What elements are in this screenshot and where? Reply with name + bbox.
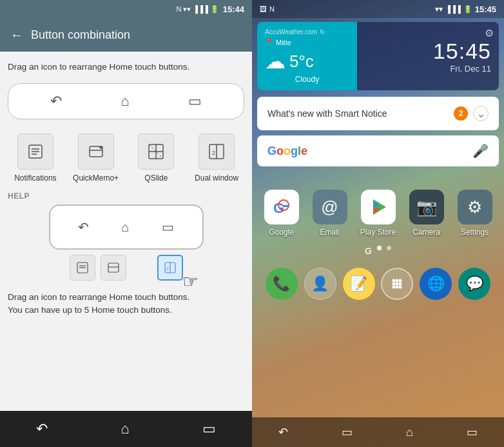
clock-time: 15:45: [433, 39, 491, 64]
svg-point-34: [396, 286, 399, 289]
wifi-icon-right: ▾▾: [435, 5, 443, 14]
dock-row: 📞 👤 📝 🌐 💬: [252, 263, 504, 305]
messages-dock-item[interactable]: 💬: [456, 268, 493, 300]
list-item[interactable]: G Google: [260, 190, 304, 237]
messages-dock-icon: 💬: [458, 268, 490, 300]
list-item[interactable]: 📷 Camera: [405, 190, 449, 237]
google-mic-icon[interactable]: 🎤: [472, 143, 489, 159]
svg-point-32: [399, 283, 402, 286]
phone-dock-icon: 📞: [266, 268, 298, 300]
svg-text:2: 2: [166, 266, 169, 271]
email-app-label: Email: [320, 228, 339, 237]
list-item[interactable]: 2 Dual window: [189, 134, 244, 183]
status-right-right: ▾▾ ▐▐▐ 🔋 15:45: [435, 5, 496, 14]
smart-notice-text: What's new with Smart Notice: [267, 108, 387, 119]
back-button[interactable]: ←: [10, 28, 23, 43]
settings-app-icon: ⚙: [458, 190, 492, 224]
notifications-label: Notifications: [14, 174, 56, 183]
weather-description: Cloudy: [265, 75, 349, 84]
page-title: Button combination: [31, 28, 130, 42]
nav-back-icon[interactable]: ↶: [36, 421, 48, 437]
settings-gear-icon[interactable]: ⚙: [485, 27, 494, 39]
email-icon: @: [321, 197, 338, 217]
list-item[interactable]: Notifications: [8, 134, 63, 183]
list-item[interactable]: QSlide: [129, 134, 184, 183]
back-nav-icon: ↶: [50, 93, 62, 110]
svg-rect-23: [283, 205, 289, 207]
refresh-icon: ↻: [320, 28, 325, 35]
browser-dock-item[interactable]: 🌐: [417, 268, 454, 300]
list-item[interactable]: Play Store: [356, 190, 400, 237]
playstore-app-icon: [361, 190, 396, 224]
nav-back-right-icon[interactable]: ↶: [278, 425, 288, 439]
status-icons-left: N ▾▾ ▐▐▐ 🔋: [176, 5, 218, 14]
smart-notice-card[interactable]: What's new with Smart Notice 2 ⌄: [257, 97, 499, 130]
svg-rect-16: [108, 263, 119, 272]
nav-quickmemo-right-icon[interactable]: ▭: [342, 425, 353, 439]
location-name: Mitte: [276, 39, 291, 46]
email-app-icon: @: [313, 190, 347, 224]
memo-dock-item[interactable]: 📝: [340, 268, 378, 300]
chevron-down-icon[interactable]: ⌄: [473, 106, 489, 121]
google-app-icon: G: [264, 190, 299, 224]
list-item[interactable]: ⚙ Settings: [453, 190, 497, 237]
quickmemo-label: QuickMemo+: [73, 174, 119, 183]
svg-text:2: 2: [212, 150, 215, 156]
recents-nav-illus: ▭: [162, 219, 174, 235]
right-panel: 🖼 N ▾▾ ▐▐▐ 🔋 15:45 AccuWeather.com ↻ 📍 M…: [252, 0, 504, 447]
back-nav-illus: ↶: [78, 219, 89, 235]
contacts-dock-icon: 👤: [304, 268, 336, 300]
phone-dock-item[interactable]: 📞: [263, 268, 300, 300]
hand-icon: ☞: [182, 271, 199, 292]
weather-location: 📍 Mitte: [265, 38, 349, 46]
header-bar: ← Button combination: [0, 18, 252, 52]
quickmemo-icon-box: [78, 134, 114, 170]
google-dot: G: [365, 246, 372, 256]
contacts-dock-item[interactable]: 👤: [302, 268, 339, 300]
apps-grid-icon: [381, 268, 413, 300]
status-bar-right: 🖼 N ▾▾ ▐▐▐ 🔋 15:45: [252, 0, 504, 18]
weather-source: AccuWeather.com ↻: [265, 28, 349, 35]
nav-home-icon[interactable]: ⌂: [121, 421, 129, 437]
button-bar-box: ↶ ⌂ ▭: [8, 83, 244, 119]
status-right-left: 🖼 N: [260, 5, 275, 13]
dualwindow-label: Dual window: [195, 174, 238, 183]
dualwindow-icon-box: 2: [199, 134, 235, 170]
settings-icon: ⚙: [467, 197, 482, 217]
dot-2: [387, 246, 391, 250]
home-nav-icon: ⌂: [121, 93, 129, 110]
recents-nav-icon: ▭: [188, 93, 202, 110]
nfc-icon-right: N: [269, 5, 275, 13]
list-item[interactable]: QuickMemo+: [68, 134, 123, 183]
qslide-label: QSlide: [144, 174, 168, 183]
weather-widget[interactable]: AccuWeather.com ↻ 📍 Mitte ☁ 5°c Cloudy: [257, 22, 357, 90]
qslide-icon-box: [138, 134, 174, 170]
nav-home-right-icon[interactable]: ⌂: [406, 426, 413, 439]
nav-recents-right-icon[interactable]: ▭: [467, 425, 478, 439]
accuweather-label: AccuWeather.com: [265, 28, 317, 35]
smart-notice-right: 2 ⌄: [454, 106, 489, 121]
home-nav-illus: ⌂: [121, 220, 129, 235]
status-time-left: 15:44: [223, 5, 244, 14]
illustration-row: 2 ☞: [70, 255, 183, 281]
google-search-card[interactable]: Google 🎤: [257, 135, 499, 166]
svg-point-33: [393, 286, 396, 289]
photo-icon-status: 🖼: [260, 5, 267, 13]
camera-app-icon: 📷: [409, 190, 444, 224]
list-item[interactable]: @ Email: [308, 190, 352, 237]
small-notif-icon: [70, 255, 95, 281]
settings-app-label: Settings: [461, 228, 489, 237]
drag-icon-overlay: 2 ☞: [157, 255, 183, 281]
status-bar-left: N ▾▾ ▐▐▐ 🔋 15:44: [0, 0, 252, 18]
icons-row: Notifications QuickMemo+ QSlide 2 Dual w…: [0, 124, 252, 185]
apps-dock-item[interactable]: [378, 268, 416, 300]
clock-date: Fri, Dec 11: [450, 64, 491, 74]
nav-recents-icon[interactable]: ▭: [202, 421, 216, 437]
wifi-icon: ▾▾: [183, 5, 191, 14]
widget-area: AccuWeather.com ↻ 📍 Mitte ☁ 5°c Cloudy ⚙…: [257, 22, 499, 90]
svg-point-31: [396, 283, 399, 286]
dot-active: [377, 246, 382, 250]
instruction-text-1: Drag an icon to rearrange Home touch but…: [0, 52, 252, 78]
small-quickmemo-icon: [101, 255, 126, 281]
battery-icon-right: 🔋: [463, 5, 472, 14]
